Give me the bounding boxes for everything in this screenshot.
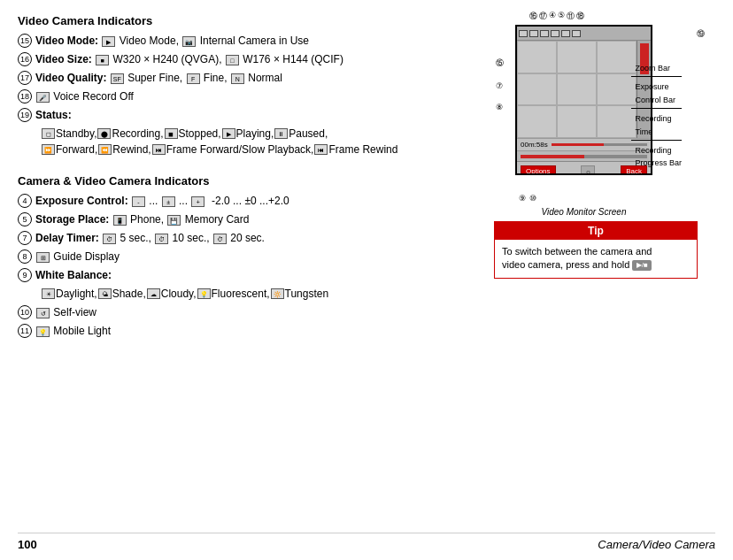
item-num-4: 4 <box>18 194 32 208</box>
recording-progress-label: RecordingProgress Bar <box>631 144 682 170</box>
item-text-16: Video Size: ■ W320 × H240 (QVGA), □ W176… <box>35 51 343 67</box>
tip-text: To switch between the camera andvideo ca… <box>502 246 652 270</box>
delay5-icon: ⏱ <box>103 234 116 244</box>
voice-off-icon: 🎤 <box>36 92 50 103</box>
camera-section-title: Camera & Video Camera Indicators <box>18 174 476 188</box>
vga-icon: ■ <box>96 55 109 65</box>
frame-fwd-icon: ⏭ <box>152 144 166 155</box>
diagram-right-labels: Zoom Bar ExposureControl Bar RecordingTi… <box>631 62 682 170</box>
wb-sub-items: ☀ Daylight, 🌤 Shade, ☁ Cloudy, 💡 Fluores… <box>41 286 476 302</box>
wb-row: ☀ Daylight, 🌤 Shade, ☁ Cloudy, 💡 Fluores… <box>41 286 476 302</box>
num-4-top: ④ <box>549 11 556 22</box>
memcard-icon: 💾 <box>167 215 181 226</box>
internal-cam-icon: 📷 <box>182 36 196 47</box>
grid-cell <box>597 105 637 138</box>
tip-box: Tip To switch between the camera andvide… <box>494 221 698 279</box>
num-15-left: ⑮ <box>496 58 504 69</box>
item-num-9: 9 <box>18 268 32 282</box>
normal-icon: N <box>231 73 244 84</box>
grid-cell <box>557 105 597 138</box>
super-fine-icon: SF <box>111 73 124 84</box>
item-text-18: 🎤 Voice Record Off <box>35 88 134 104</box>
top-numbers: ⑯ ⑰ ④ ⑤ ⑪ ⑱ <box>529 11 584 22</box>
tip-body: To switch between the camera andvideo ca… <box>495 240 697 278</box>
right-column: ⑯ ⑰ ④ ⑤ ⑪ ⑱ ⑮ ⑦ ⑧ <box>485 9 715 528</box>
grid-cell <box>517 73 557 106</box>
screen-icon-3 <box>540 30 549 37</box>
list-item: 7 Delay Timer: ⏱ 5 sec., ⏱ 10 sec., ⏱ 20… <box>18 230 476 246</box>
list-item: 10 ↺ Self-view <box>18 304 476 320</box>
standby-icon: ◻ <box>42 128 55 139</box>
item-num-18: 18 <box>18 89 32 104</box>
stopped-icon: ◼ <box>165 128 178 139</box>
grid-cell <box>557 41 597 73</box>
qcif-icon: □ <box>226 55 239 65</box>
num-17-top: ⑰ <box>539 11 547 22</box>
mobile-light-icon: 💡 <box>36 326 50 337</box>
item-text-8: ⊞ Guide Display <box>35 249 120 265</box>
recording-time-diagram-label: RecordingTime <box>631 112 682 141</box>
item-text-15: Video Mode: ▶ Video Mode, 📷 Internal Cam… <box>35 33 309 49</box>
screen-bottom-row: Options ○ Back <box>517 161 651 175</box>
recording-icon: ⬤ <box>97 128 111 139</box>
item-text-19: Status: <box>35 107 72 123</box>
frame-rwd-icon: ⏮ <box>314 144 328 155</box>
left-column: Video Camera Indicators 15 Video Mode: ▶… <box>18 9 485 528</box>
zoom-bar-label: Zoom Bar <box>631 62 682 77</box>
num-18-top: ⑱ <box>576 11 584 22</box>
playing-icon: ▶ <box>222 128 235 139</box>
camera-diagram: ⑯ ⑰ ④ ⑤ ⑪ ⑱ ⑮ ⑦ ⑧ <box>494 9 706 217</box>
item-num-15: 15 <box>18 34 32 48</box>
num-5-top: ⑤ <box>558 11 565 22</box>
num-7-left: ⑦ <box>496 81 504 90</box>
footer-page-number: 100 <box>18 538 37 551</box>
screen-icon-5 <box>561 30 570 37</box>
screen-icon-4 <box>551 30 559 37</box>
num-10-bottom: ⑩ <box>529 194 536 203</box>
exposure-fill <box>521 155 584 158</box>
footer-title: Camera/Video Camera <box>598 538 715 551</box>
list-item: 17 Video Quality: SF Super Fine, F Fine,… <box>18 70 476 86</box>
fluorescent-icon: 💡 <box>197 288 211 299</box>
item-text-10: ↺ Self-view <box>35 304 96 320</box>
item-num-8: 8 <box>18 249 32 264</box>
recording-progress-fill <box>552 143 605 146</box>
list-item: 5 Storage Place: 📱 Phone, 💾 Memory Card <box>18 211 476 227</box>
separator <box>18 160 476 169</box>
exp-low-icon: - <box>132 196 145 207</box>
num-19-right: ⑲ <box>697 28 705 40</box>
item-text-4: Exposure Control: - ... ± ... + -2.0 ...… <box>35 193 289 209</box>
delay20-icon: ⏱ <box>213 234 227 244</box>
num-11-top: ⑪ <box>567 11 575 22</box>
video-mode-icon: ▶ <box>102 36 115 47</box>
status-row-1: ◻ Standby, ⬤ Recording, ◼ Stopped, ▶ Pla… <box>41 126 476 142</box>
recording-time-row: 00m:58s <box>517 138 651 150</box>
daylight-icon: ☀ <box>42 288 55 299</box>
video-monitor-label: Video Monitor Screen <box>515 207 652 217</box>
tungsten-icon: 🔆 <box>271 288 284 299</box>
screen-grid <box>517 41 637 138</box>
options-button[interactable]: Options <box>521 165 556 175</box>
selfview-icon: ↺ <box>36 308 50 318</box>
list-item: 19 Status: <box>18 107 476 123</box>
left-numbers: ⑮ ⑦ ⑧ <box>496 58 504 111</box>
list-item: 11 💡 Mobile Light <box>18 323 476 339</box>
num-16-top: ⑯ <box>529 11 537 22</box>
main-content: Video Camera Indicators 15 Video Mode: ▶… <box>18 9 715 528</box>
grid-cell <box>597 73 637 106</box>
item-text-9: White Balance: <box>35 267 112 283</box>
middle-control: ○ <box>581 165 595 176</box>
item-text-5: Storage Place: 📱 Phone, 💾 Memory Card <box>35 211 249 227</box>
item-text-7: Delay Timer: ⏱ 5 sec., ⏱ 10 sec., ⏱ 20 s… <box>35 230 265 246</box>
list-item: 4 Exposure Control: - ... ± ... + -2.0 .… <box>18 193 476 209</box>
item-num-11: 11 <box>18 324 32 338</box>
fine-icon: F <box>187 73 200 84</box>
item-num-17: 17 <box>18 71 32 85</box>
list-item: 8 ⊞ Guide Display <box>18 249 476 265</box>
status-sub-items: ◻ Standby, ⬤ Recording, ◼ Stopped, ▶ Pla… <box>41 126 476 157</box>
item-num-10: 10 <box>18 305 32 319</box>
item-text-11: 💡 Mobile Light <box>35 323 111 339</box>
tip-camera-icon: ▶/■ <box>632 260 652 271</box>
status-row-2: ⏩ Forward, ⏪ Rewind, ⏭ Frame Forward/Slo… <box>41 142 476 157</box>
grid-cell <box>517 105 557 138</box>
